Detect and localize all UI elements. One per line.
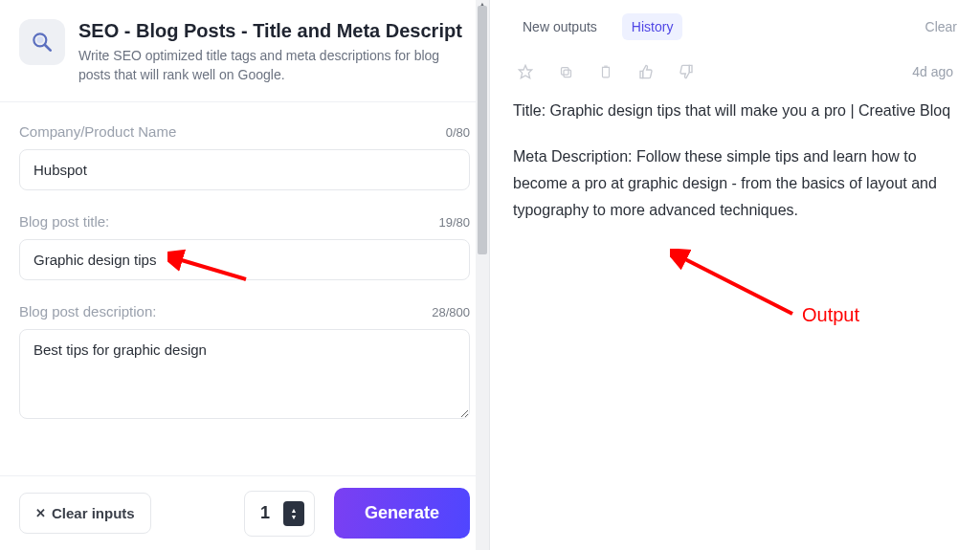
- company-counter: 0/80: [446, 125, 470, 140]
- bottom-bar: ✕ Clear inputs 1 ▲ ▼ Generate: [0, 475, 489, 550]
- company-input[interactable]: [19, 149, 470, 190]
- tab-history[interactable]: History: [622, 13, 683, 40]
- tab-new-outputs[interactable]: New outputs: [513, 13, 607, 40]
- svg-marker-3: [519, 65, 531, 77]
- thumbs-down-icon[interactable]: [678, 63, 695, 80]
- blog-desc-counter: 28/800: [432, 305, 470, 319]
- clear-history-button[interactable]: Clear: [925, 19, 957, 34]
- blog-desc-input[interactable]: [19, 329, 470, 419]
- blog-desc-label: Blog post description:: [19, 303, 156, 319]
- close-icon: ✕: [35, 506, 46, 520]
- chevron-down-icon: ▼: [290, 514, 297, 520]
- output-meta-text: Meta Description: Follow these simple ti…: [513, 143, 957, 224]
- chevron-up-icon: ▲: [290, 507, 297, 514]
- company-label: Company/Product Name: [19, 123, 176, 140]
- input-panel: SEO - Blog Posts - Title and Meta Descri…: [0, 0, 490, 550]
- output-card: 4d ago Title: Graphic design tips that w…: [513, 55, 957, 224]
- card-actions: 4d ago: [513, 55, 957, 98]
- clear-inputs-button[interactable]: ✕ Clear inputs: [19, 493, 151, 534]
- copy-icon[interactable]: [557, 63, 574, 80]
- blog-title-input[interactable]: [19, 239, 470, 280]
- blog-title-counter: 19/80: [438, 215, 470, 230]
- svg-rect-4: [564, 70, 571, 77]
- svg-point-2: [36, 36, 43, 43]
- tool-title: SEO - Blog Posts - Title and Meta Descri…: [78, 19, 470, 43]
- output-timestamp: 4d ago: [912, 64, 953, 79]
- output-panel: New outputs History Clear: [490, 0, 980, 550]
- scroll-thumb[interactable]: [478, 6, 487, 254]
- svg-line-1: [45, 45, 50, 50]
- thumbs-up-icon[interactable]: [637, 63, 655, 80]
- tool-header: SEO - Blog Posts - Title and Meta Descri…: [0, 0, 489, 102]
- output-title-text: Title: Graphic design tips that will mak…: [513, 98, 957, 124]
- form-area: Company/Product Name 0/80 Blog post titl…: [0, 102, 489, 423]
- tabs-row: New outputs History Clear: [513, 13, 957, 40]
- quantity-value: 1: [255, 503, 276, 523]
- svg-rect-5: [561, 67, 568, 75]
- quantity-stepper[interactable]: 1 ▲ ▼: [244, 491, 315, 537]
- clear-inputs-label: Clear inputs: [52, 505, 135, 521]
- blog-title-label: Blog post title:: [19, 213, 109, 230]
- company-field: Company/Product Name 0/80: [19, 123, 470, 190]
- blog-title-field: Blog post title: 19/80: [19, 213, 470, 280]
- blog-desc-field: Blog post description: 28/800: [19, 303, 470, 423]
- stepper-buttons[interactable]: ▲ ▼: [283, 501, 304, 526]
- delete-icon[interactable]: [597, 63, 614, 80]
- magnifier-icon: [19, 19, 65, 65]
- output-body: Title: Graphic design tips that will mak…: [513, 98, 957, 224]
- tool-description: Write SEO optimized title tags and meta …: [78, 47, 470, 84]
- generate-button[interactable]: Generate: [334, 488, 470, 539]
- star-icon[interactable]: [517, 63, 534, 80]
- scrollbar[interactable]: ▲: [476, 0, 489, 550]
